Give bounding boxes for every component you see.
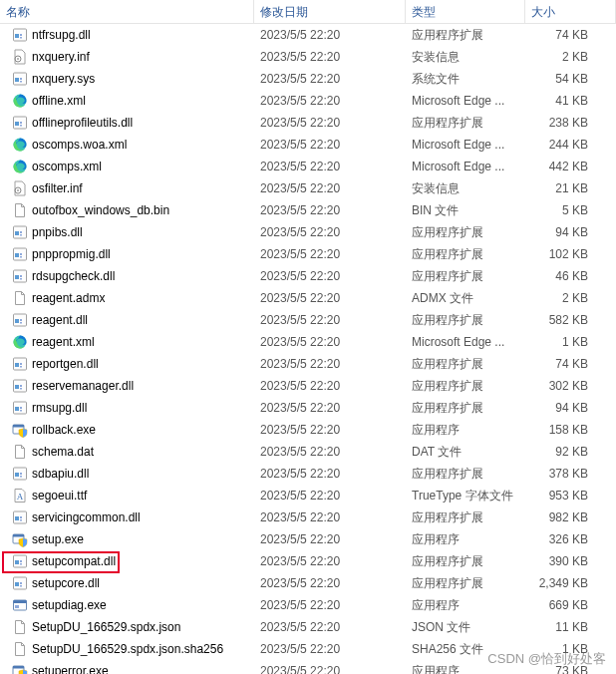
file-name: pnpibs.dll [32, 221, 83, 243]
file-date: 2023/5/5 22:20 [254, 287, 406, 309]
file-type: 应用程序 [406, 660, 525, 674]
file-size: 158 KB [525, 419, 616, 441]
file-row[interactable]: offlineprofileutils.dll2023/5/5 22:20应用程… [0, 112, 616, 134]
file-type: 应用程序扩展 [406, 24, 525, 46]
file-row[interactable]: ntfrsupg.dll2023/5/5 22:20应用程序扩展74 KB [0, 24, 616, 46]
file-date: 2023/5/5 22:20 [254, 463, 406, 485]
file-name: rmsupg.dll [32, 397, 87, 419]
file-row[interactable]: servicingcommon.dll2023/5/5 22:20应用程序扩展9… [0, 506, 616, 528]
file-icon [12, 290, 28, 306]
file-row[interactable]: reagent.dll2023/5/5 22:20应用程序扩展582 KB [0, 309, 616, 331]
file-row[interactable]: setup.exe2023/5/5 22:20应用程序326 KB [0, 528, 616, 550]
file-name: setuperror.exe [32, 660, 109, 674]
file-row[interactable]: reagent.admx2023/5/5 22:20ADMX 文件2 KB [0, 287, 616, 309]
file-name: sdbapiu.dll [32, 463, 89, 485]
file-row[interactable]: schema.dat2023/5/5 22:20DAT 文件92 KB [0, 441, 616, 463]
file-name: oscomps.woa.xml [32, 134, 127, 156]
file-type: 应用程序扩展 [406, 463, 525, 485]
file-size: 953 KB [525, 485, 616, 506]
file-row[interactable]: setupcompat.dll2023/5/5 22:20应用程序扩展390 K… [0, 550, 616, 572]
file-row[interactable]: oscomps.woa.xml2023/5/5 22:20Microsoft E… [0, 134, 616, 156]
file-row[interactable]: rollback.exe2023/5/5 22:20应用程序158 KB [0, 419, 616, 441]
file-type: 应用程序 [406, 594, 525, 616]
file-row[interactable]: setupdiag.exe2023/5/5 22:20应用程序669 KB [0, 594, 616, 616]
edge-icon [12, 93, 28, 109]
file-name: setup.exe [32, 528, 84, 550]
file-name: osfilter.inf [32, 177, 83, 199]
file-row[interactable]: nxquery.inf2023/5/5 22:20安装信息2 KB [0, 46, 616, 68]
file-size: 41 KB [525, 90, 616, 112]
file-row[interactable]: setuperror.exe2023/5/5 22:20应用程序73 KB [0, 660, 616, 674]
file-size: 442 KB [525, 156, 616, 177]
file-date: 2023/5/5 22:20 [254, 112, 406, 134]
file-size: 74 KB [525, 24, 616, 46]
file-name: reservemanager.dll [32, 375, 134, 397]
file-size: 74 KB [525, 353, 616, 375]
file-row[interactable]: rdsupgcheck.dll2023/5/5 22:20应用程序扩展46 KB [0, 265, 616, 287]
file-name: nxquery.inf [32, 46, 90, 68]
file-type: 应用程序扩展 [406, 221, 525, 243]
file-size: 102 KB [525, 243, 616, 265]
dll-icon [12, 509, 28, 525]
file-row[interactable]: pnpibs.dll2023/5/5 22:20应用程序扩展94 KB [0, 221, 616, 243]
file-row[interactable]: SetupDU_166529.spdx.json.sha2562023/5/5 … [0, 638, 616, 660]
file-type: Microsoft Edge ... [406, 90, 525, 112]
file-type: 应用程序 [406, 419, 525, 441]
svg-rect-31 [20, 319, 22, 321]
exe-shield-icon [12, 663, 28, 674]
file-row[interactable]: offline.xml2023/5/5 22:20Microsoft Edge … [0, 90, 616, 112]
file-row[interactable]: osfilter.inf2023/5/5 22:20安装信息21 KB [0, 177, 616, 199]
svg-rect-22 [15, 253, 19, 257]
file-type: ADMX 文件 [406, 287, 525, 309]
file-type: BIN 文件 [406, 199, 525, 221]
file-date: 2023/5/5 22:20 [254, 156, 406, 177]
file-date: 2023/5/5 22:20 [254, 485, 406, 506]
dll-icon [12, 378, 28, 394]
file-name: oscomps.xml [32, 156, 102, 177]
file-date: 2023/5/5 22:20 [254, 331, 406, 353]
file-icon [12, 202, 28, 218]
column-header-name[interactable]: 名称 [0, 0, 254, 24]
file-row[interactable]: nxquery.sys2023/5/5 22:20系统文件54 KB [0, 68, 616, 90]
file-name: offlineprofileutils.dll [32, 112, 133, 134]
dll-icon [12, 246, 28, 262]
svg-rect-23 [20, 253, 22, 255]
file-type: 应用程序扩展 [406, 375, 525, 397]
svg-rect-27 [20, 275, 22, 277]
file-size: 2 KB [525, 287, 616, 309]
file-date: 2023/5/5 22:20 [254, 353, 406, 375]
svg-rect-41 [20, 388, 22, 390]
file-row[interactable]: reportgen.dll2023/5/5 22:20应用程序扩展74 KB [0, 353, 616, 375]
file-row[interactable]: SetupDU_166529.spdx.json2023/5/5 22:20JS… [0, 616, 616, 638]
file-row[interactable]: outofbox_windows_db.bin2023/5/5 22:20BIN… [0, 199, 616, 221]
file-row[interactable]: rmsupg.dll2023/5/5 22:20应用程序扩展94 KB [0, 397, 616, 419]
file-size: 378 KB [525, 463, 616, 485]
svg-rect-66 [20, 585, 22, 587]
svg-rect-62 [20, 563, 22, 565]
column-header-size[interactable]: 大小 [525, 0, 616, 24]
dll-icon [12, 356, 28, 372]
svg-rect-1 [15, 34, 19, 38]
edge-icon [12, 137, 28, 153]
svg-rect-2 [20, 34, 22, 36]
file-row[interactable]: oscomps.xml2023/5/5 22:20Microsoft Edge … [0, 156, 616, 177]
file-row[interactable]: setupcore.dll2023/5/5 22:20应用程序扩展2,349 K… [0, 572, 616, 594]
file-type: Microsoft Edge ... [406, 331, 525, 353]
file-date: 2023/5/5 22:20 [254, 221, 406, 243]
file-row[interactable]: pnppropmig.dll2023/5/5 22:20应用程序扩展102 KB [0, 243, 616, 265]
file-row[interactable]: reagent.xml2023/5/5 22:20Microsoft Edge … [0, 331, 616, 353]
file-icon [12, 444, 28, 460]
svg-rect-61 [20, 560, 22, 562]
file-date: 2023/5/5 22:20 [254, 550, 406, 572]
column-header-type[interactable]: 类型 [406, 0, 525, 24]
file-name: reagent.xml [32, 331, 95, 353]
svg-rect-51 [20, 476, 22, 478]
file-date: 2023/5/5 22:20 [254, 199, 406, 221]
column-header-date[interactable]: 修改日期 [254, 0, 406, 24]
file-row[interactable]: reservemanager.dll2023/5/5 22:20应用程序扩展30… [0, 375, 616, 397]
svg-rect-19 [20, 231, 22, 233]
file-date: 2023/5/5 22:20 [254, 243, 406, 265]
file-row[interactable]: sdbapiu.dll2023/5/5 22:20应用程序扩展378 KB [0, 463, 616, 485]
file-row[interactable]: Asegoeui.ttf2023/5/5 22:20TrueType 字体文件9… [0, 485, 616, 506]
file-icon [12, 619, 28, 635]
